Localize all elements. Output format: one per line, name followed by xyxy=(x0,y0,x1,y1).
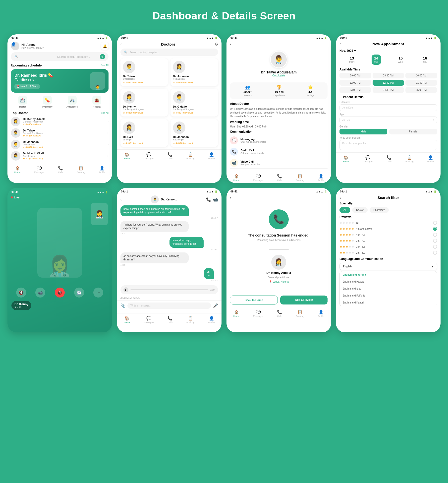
spec-all[interactable]: All xyxy=(339,207,350,213)
radio-3-5[interactable] xyxy=(433,239,437,243)
time-130[interactable]: 01:30 PM xyxy=(405,80,437,86)
attach-icon[interactable]: 📎 xyxy=(120,303,125,308)
lang-yoruba[interactable]: English and Yoruba ✓ xyxy=(340,271,437,278)
nav-messages-1[interactable]: 💬Messages xyxy=(34,166,44,174)
nav-messages-4[interactable]: 💬Messages xyxy=(363,155,373,163)
gender-female[interactable]: Female xyxy=(389,129,437,134)
radio-4-5[interactable] xyxy=(433,227,437,231)
language-selector[interactable]: English ▲ xyxy=(339,263,437,270)
back-btn-6[interactable]: ‹ xyxy=(120,197,122,202)
lang-igbo[interactable]: English and Igbo xyxy=(340,285,437,292)
nav-calls-2[interactable]: 📞Calls xyxy=(168,152,172,160)
review-4-0[interactable]: ★ ★ ★ ★ ★ 4.0 - 4.5 xyxy=(339,233,437,237)
back-to-home-btn[interactable]: Back to Home xyxy=(230,296,278,304)
back-btn-3[interactable]: ‹ xyxy=(230,42,231,46)
comm-video[interactable]: 📹 Video Call See your doctor live xyxy=(230,157,328,169)
audio-play-btn[interactable]: ▶ xyxy=(123,287,128,292)
nav-profile-4[interactable]: 👤Profile xyxy=(427,155,434,163)
age-input[interactable]: 26 - 30 ▾ xyxy=(339,117,437,123)
cat-doctor[interactable]: 🏥Doctor xyxy=(11,96,34,108)
radio-2-5[interactable] xyxy=(433,251,437,255)
doctor-item-4[interactable]: 👩‍⚕️ Dr. Nkechi Okeli Oncologists ★ 4.3 … xyxy=(11,151,109,161)
review-nil[interactable]: ★ ★ ★ ★ ★ Nil xyxy=(339,221,437,225)
cat-hospital[interactable]: 🏨Hospital xyxy=(85,96,109,108)
nav-booking-3[interactable]: 📋Booking xyxy=(296,174,304,181)
back-btn-4[interactable]: ‹ xyxy=(339,42,341,46)
review-3-5[interactable]: ★ ★ ★ ★ ★ 3.5 - 4.0 xyxy=(339,239,437,243)
nav-profile-1[interactable]: 👤Profile xyxy=(99,166,105,174)
nav-booking-2[interactable]: 📋Booking xyxy=(186,152,195,160)
nav-booking-7[interactable]: 📋Booking xyxy=(296,310,304,317)
nav-calls-7[interactable]: 📞Calls xyxy=(277,310,282,317)
video-icon-6[interactable]: 📹 xyxy=(213,197,218,202)
nav-messages-2[interactable]: 💬Messages xyxy=(144,152,154,160)
nav-profile-3[interactable]: 👤Profile xyxy=(318,174,324,181)
nav-home-2[interactable]: 🏠Home xyxy=(124,152,130,160)
doctor-item-3[interactable]: 👨‍⚕️ Dr. Johnson Pediatrician ★ 4.8 (280… xyxy=(11,140,109,149)
cat-pharmacy[interactable]: 💊Pharmacy xyxy=(36,96,59,108)
comm-messaging[interactable]: 💬 Messaging Chat me up, share photos xyxy=(230,135,328,146)
lang-fulfulde[interactable]: English and Fulfulde xyxy=(340,292,437,299)
search-bar-1[interactable]: 🔍 Search doctor, Pharmacy... ⚙ xyxy=(11,52,109,61)
spec-pharmacy[interactable]: Pharmacy xyxy=(370,207,389,213)
nav-calls-3[interactable]: 📞Calls xyxy=(277,174,282,181)
gender-male[interactable]: Male xyxy=(339,129,387,134)
month-selector[interactable]: Nov, 2023 ▾ xyxy=(339,49,437,53)
flip-camera-btn[interactable]: 🔄 xyxy=(74,288,84,298)
doctor-card-6[interactable]: 👨‍⚕️ Dr. Johnson Radiologist ★ 4.8 (280 … xyxy=(170,119,218,147)
time-1200[interactable]: 12:00 PM xyxy=(339,80,371,86)
chat-input[interactable]: Write a message... xyxy=(127,302,211,309)
doctor-card-2[interactable]: 👩‍⚕️ Dr. Johnson Pediatrician ★ 4.8 (280… xyxy=(170,58,218,86)
radio-nil[interactable] xyxy=(433,221,437,225)
doctor-card-5[interactable]: 👩‍⚕️ Dr. Bala Virologist ★ 4.9 (110 revi… xyxy=(120,119,168,147)
doctor-item-2[interactable]: 👨‍⚕️ Dr. Taiwo General Practitioner ★ 4.… xyxy=(11,128,109,138)
video-off-btn[interactable]: 📹 xyxy=(35,288,45,298)
cat-ambulance[interactable]: 🚑Ambulance xyxy=(60,96,84,108)
doctor-card-1[interactable]: 👨‍⚕️ Dr. Taiwo Oncologists ★ 4.8 (130 re… xyxy=(120,58,168,86)
day-wed[interactable]: 15 WED xyxy=(395,55,406,65)
nav-home-7[interactable]: 🏠Home xyxy=(233,310,239,317)
nav-home-3[interactable]: 🏠Home xyxy=(233,174,239,181)
mic-icon[interactable]: 🎤 xyxy=(213,303,218,308)
nav-calls-6[interactable]: 📞Calls xyxy=(168,316,172,324)
nav-booking-6[interactable]: 📋Booking xyxy=(186,316,195,324)
nav-home-1[interactable]: 🏠Home xyxy=(14,166,20,174)
review-4-5[interactable]: ★ ★ ★ ★ ★ 4.5 and above xyxy=(339,227,437,231)
day-tue[interactable]: 14 TUE xyxy=(372,55,381,65)
nav-home-6[interactable]: 🏠Home xyxy=(124,316,130,324)
nav-messages-7[interactable]: 💬Messages xyxy=(253,310,263,317)
review-3-0[interactable]: ★ ★ ★ ★ ★ 3.0 - 3.5 xyxy=(339,245,437,249)
schedule-card[interactable]: Dr. Rasheed Idris 💊 Cardioscular 📅 Nov 2… xyxy=(11,69,109,93)
time-1230[interactable]: 12:30 PM xyxy=(373,80,404,86)
time-930[interactable]: 09:30 AM xyxy=(373,73,404,78)
lang-hausa[interactable]: English and Hausa xyxy=(340,278,437,285)
time-900[interactable]: 09:00 AM xyxy=(339,73,371,78)
time-500[interactable]: 05:00 PM xyxy=(405,87,437,93)
nav-booking-4[interactable]: 📋Booking xyxy=(405,155,414,163)
time-300[interactable]: 03:00 PM xyxy=(339,87,371,93)
day-thu[interactable]: 16 THU xyxy=(420,55,430,65)
back-btn-8[interactable]: ‹ xyxy=(339,195,341,200)
see-all-upcoming[interactable]: See All xyxy=(101,64,109,67)
filter-btn-1[interactable]: ⚙ xyxy=(100,54,105,59)
nav-booking-1[interactable]: 📋Booking xyxy=(77,166,85,174)
doctor-item-1[interactable]: 👩‍⚕️ Dr. Kenny Adeola General Practition… xyxy=(11,117,109,126)
nav-profile-7[interactable]: 👤Profile xyxy=(318,310,324,317)
nav-messages-3[interactable]: 💬Messages xyxy=(253,174,263,181)
doctor-card-4[interactable]: 👨‍⚕️ Dr. Gidado Cardiologist/Surgeon ★ 4… xyxy=(170,89,218,117)
notification-bell[interactable]: 🔔 xyxy=(101,42,109,50)
lang-kanuri[interactable]: English and Kanuri xyxy=(340,299,437,306)
nav-profile-2[interactable]: 👤Profile xyxy=(208,152,215,160)
doctor-card-3[interactable]: 👩‍⚕️ Dr. Kenny Cardiologist/Surgeon ★ 3.… xyxy=(120,89,168,117)
radio-3-0[interactable] xyxy=(433,245,437,249)
comm-audio[interactable]: 📞 Audio Call Call your doctor directly xyxy=(230,146,328,157)
search-bar-2[interactable]: 🔍 Search doctor, hospital... xyxy=(120,49,218,56)
filter-icon-2[interactable]: ⚙ xyxy=(215,42,218,47)
nav-calls-4[interactable]: 📞Calls xyxy=(387,155,392,163)
end-call-btn[interactable]: 📵 xyxy=(55,288,65,298)
time-430[interactable]: 04:30 PM xyxy=(373,87,404,93)
mute-btn[interactable]: 🔇 xyxy=(16,288,26,298)
time-1000[interactable]: 10:00 AM xyxy=(405,73,437,78)
nav-home-4[interactable]: 🏠Home xyxy=(343,155,349,163)
nav-calls-1[interactable]: 📞Calls xyxy=(58,166,63,174)
